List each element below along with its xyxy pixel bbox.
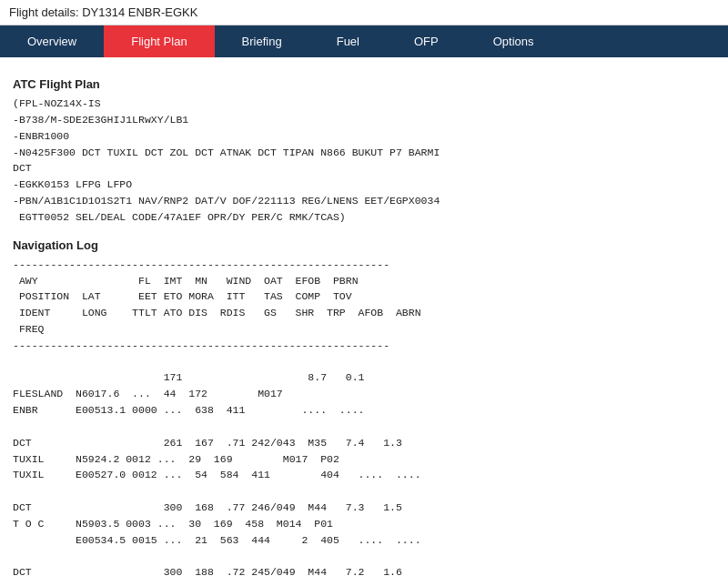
tab-bar: OverviewFlight PlanBriefingFuelOFPOption…: [0, 25, 728, 57]
tab-overview[interactable]: Overview: [0, 25, 104, 57]
tab-ofp[interactable]: OFP: [387, 25, 466, 57]
tab-options[interactable]: Options: [466, 25, 561, 57]
page-title: Flight details: DY1314 ENBR-EGKK: [0, 0, 728, 25]
atc-section-title: ATC Flight Plan: [13, 76, 715, 94]
tab-flight-plan[interactable]: Flight Plan: [104, 25, 214, 57]
tab-briefing[interactable]: Briefing: [215, 25, 309, 57]
nav-section-title: Navigation Log: [13, 237, 715, 255]
atc-content: (FPL-NOZ14X-IS -B738/M-SDE2E3GHIJ1LRwXY/…: [13, 96, 715, 226]
tab-fuel[interactable]: Fuel: [309, 25, 387, 57]
content-area: ATC Flight Plan (FPL-NOZ14X-IS -B738/M-S…: [0, 57, 728, 576]
nav-content: ----------------------------------------…: [13, 257, 715, 576]
